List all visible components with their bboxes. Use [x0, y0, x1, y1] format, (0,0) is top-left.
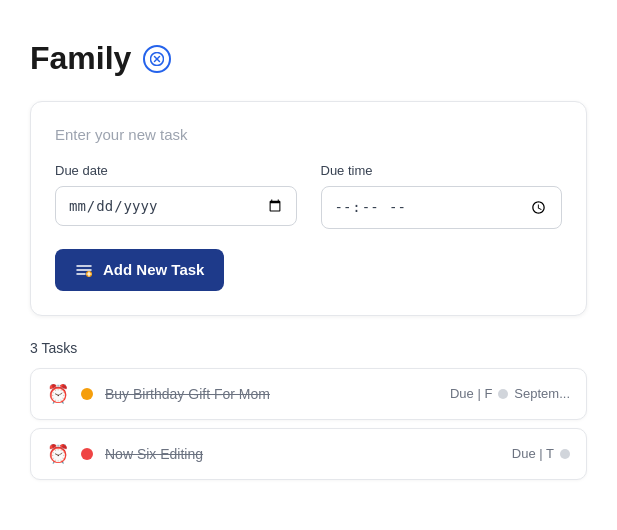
task-due-info: Due | F Septem...	[450, 386, 570, 401]
task-item[interactable]: ⏰ Buy Birthday Gift For Mom Due | F Sept…	[30, 368, 587, 420]
due-time-group: Due time	[321, 163, 563, 229]
task-item[interactable]: ⏰ Now Six Editing Due | T	[30, 428, 587, 480]
due-dot	[560, 449, 570, 459]
tasks-count: 3 Tasks	[30, 340, 587, 356]
alarm-icon: ⏰	[47, 383, 69, 405]
task-name: Buy Birthday Gift For Mom	[105, 386, 438, 402]
due-text: Due | T	[512, 446, 554, 461]
add-task-label: Add New Task	[103, 261, 204, 278]
page-container: Family Due date Due time	[0, 0, 617, 500]
add-task-icon	[75, 261, 93, 279]
close-icon[interactable]	[143, 45, 171, 73]
due-text: Due | F	[450, 386, 492, 401]
task-list: ⏰ Buy Birthday Gift For Mom Due | F Sept…	[30, 368, 587, 480]
due-date-group: Due date	[55, 163, 297, 229]
task-input[interactable]	[55, 126, 562, 143]
due-dot	[498, 389, 508, 399]
date-time-row: Due date Due time	[55, 163, 562, 229]
task-status-dot	[81, 388, 93, 400]
task-status-dot	[81, 448, 93, 460]
task-name: Now Six Editing	[105, 446, 500, 462]
task-due-info: Due | T	[512, 446, 570, 461]
add-task-button[interactable]: Add New Task	[55, 249, 224, 291]
task-form-card: Due date Due time Add New Task	[30, 101, 587, 316]
due-date-input[interactable]	[55, 186, 297, 226]
alarm-icon: ⏰	[47, 443, 69, 465]
tasks-section: 3 Tasks ⏰ Buy Birthday Gift For Mom Due …	[30, 340, 587, 480]
due-sub: Septem...	[514, 386, 570, 401]
due-time-input[interactable]	[321, 186, 563, 229]
due-time-label: Due time	[321, 163, 563, 178]
header: Family	[30, 40, 587, 77]
page-title: Family	[30, 40, 131, 77]
due-date-label: Due date	[55, 163, 297, 178]
